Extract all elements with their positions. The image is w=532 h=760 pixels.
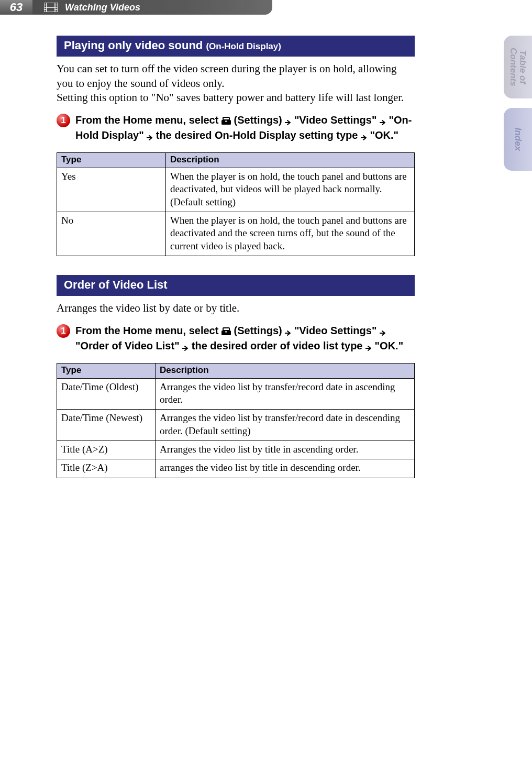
step-frag: From the Home menu, select (75, 325, 221, 336)
page-number-text: 63 (10, 1, 23, 14)
section-heading-main: Order of Video List (64, 278, 168, 291)
col-desc-header: Description (156, 363, 415, 378)
col-type-header: Type (57, 153, 166, 168)
step-frag: "Video Settings" (294, 325, 380, 336)
table-row: Date/Time (Oldest) Arranges the video li… (57, 378, 415, 410)
arrow-right-icon (147, 129, 153, 141)
table-row: Title (A>Z) Arranges the video list by t… (57, 441, 415, 459)
step-frag: "Order of Video List" (75, 340, 182, 351)
step-frag: "OK." (375, 340, 404, 351)
cell-desc: Arranges the video list by transfer/reco… (156, 410, 415, 441)
chapter-title: Watching Videos (65, 2, 140, 13)
step-number: 1 (61, 326, 65, 336)
col-desc-header: Description (166, 153, 415, 168)
step-frag: the desired On-Hold Display setting type (156, 129, 361, 141)
table-row: Title (Z>A) arranges the video list by t… (57, 459, 415, 478)
tab-table-of-contents[interactable]: Table of Contents (504, 36, 532, 98)
page-body: Playing only video sound (On-Hold Displa… (0, 15, 471, 478)
step-number-badge: 1 (57, 114, 70, 127)
arrow-right-icon (285, 114, 291, 126)
table-order-options: Type Description Date/Time (Oldest) Arra… (57, 363, 415, 478)
step-frag: (Settings) (234, 325, 285, 336)
toc-label-line1: Table of (518, 50, 528, 84)
table-row: Date/Time (Newest) Arranges the video li… (57, 410, 415, 441)
table-onhold-options: Type Description Yes When the player is … (57, 152, 415, 256)
step-number: 1 (61, 115, 65, 126)
cell-type: Title (Z>A) (57, 459, 156, 478)
cell-type: Title (A>Z) (57, 441, 156, 459)
cell-type: Date/Time (Newest) (57, 410, 156, 441)
cell-desc: When the player is on hold, the touch pa… (166, 212, 415, 256)
section-heading-sub: (On-Hold Display) (206, 41, 281, 51)
step-frag: (Settings) (234, 114, 285, 126)
page-header: 63 Watching Videos (0, 0, 272, 15)
table-header-row: Type Description (57, 363, 415, 378)
step-text: From the Home menu, select (Settings) "V… (75, 113, 415, 143)
arrow-right-icon (285, 325, 291, 336)
step-text: From the Home menu, select (Settings) "V… (75, 323, 415, 354)
cell-type: No (57, 212, 166, 256)
step-frag: From the Home menu, select (75, 114, 221, 126)
arrow-right-icon (182, 340, 189, 351)
arrow-right-icon (380, 114, 386, 126)
section2-step: 1 From the Home menu, select (Settings) … (57, 323, 415, 354)
arrow-right-icon (361, 129, 367, 141)
cell-desc: Arranges the video list by transfer/reco… (156, 378, 415, 410)
arrow-right-icon (380, 325, 386, 336)
toc-label-line2: Contents (508, 48, 518, 86)
step-frag: "OK." (370, 129, 398, 141)
table-header-row: Type Description (57, 153, 415, 168)
film-strip-icon (44, 3, 58, 12)
cell-type: Yes (57, 168, 166, 212)
step-number-badge: 1 (57, 324, 70, 338)
arrow-right-icon (365, 340, 372, 351)
section-heading-orderlist: Order of Video List (57, 275, 415, 296)
section-heading-main: Playing only video sound (64, 39, 203, 52)
section2-intro: Arranges the video list by date or by ti… (57, 301, 415, 316)
table-row: Yes When the player is on hold, the touc… (57, 168, 415, 212)
cell-desc: arranges the video list by title in desc… (156, 459, 415, 478)
tab-index[interactable]: Index (504, 108, 532, 171)
table-row: No When the player is on hold, the touch… (57, 212, 415, 256)
cell-type: Date/Time (Oldest) (57, 378, 156, 410)
step-frag: "Video Settings" (294, 114, 380, 126)
settings-icon (221, 325, 231, 336)
section1-step: 1 From the Home menu, select (Settings) … (57, 113, 415, 143)
cell-desc: Arranges the video list by title in asce… (156, 441, 415, 459)
settings-icon (221, 114, 231, 126)
page-number: 63 (0, 0, 32, 15)
col-type-header: Type (57, 363, 156, 378)
section1-intro: You can set to turn off the video screen… (57, 62, 415, 105)
step-frag: the desired order of video list type (192, 340, 365, 351)
index-label: Index (513, 128, 523, 151)
section-heading-onhold: Playing only video sound (On-Hold Displa… (57, 36, 415, 57)
cell-desc: When the player is on hold, the touch pa… (166, 168, 415, 212)
